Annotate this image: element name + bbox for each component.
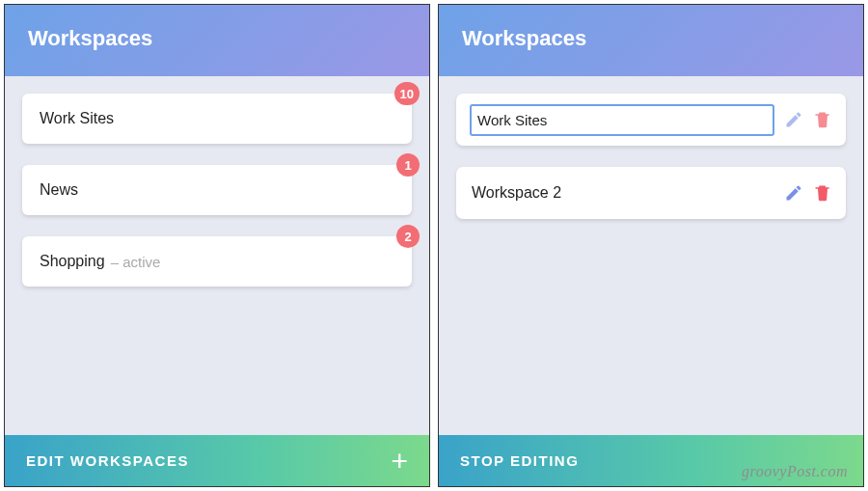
tab-count-badge: 2 — [396, 225, 420, 248]
tab-count-badge: 10 — [394, 82, 420, 105]
pencil-icon[interactable] — [784, 110, 803, 129]
pencil-icon[interactable] — [784, 183, 803, 203]
workspace-item-work-sites[interactable]: Work Sites 10 — [22, 94, 412, 144]
workspace-list: Work Sites 10 News 1 Shopping – active 2 — [5, 76, 429, 435]
stop-editing-footer[interactable]: STOP EDITING — [439, 435, 863, 486]
add-workspace-icon[interactable]: + — [391, 453, 408, 468]
footer-label: EDIT WORKSPACES — [26, 452, 189, 469]
tab-count-badge: 1 — [396, 153, 420, 177]
workspace-status: – active — [111, 254, 161, 270]
workspaces-edit-panel: Workspaces Workspace 2 STOP EDITING groo… — [438, 4, 864, 487]
workspace-name-input[interactable] — [470, 104, 774, 136]
workspace-edit-item-work-sites — [456, 94, 846, 146]
workspace-edit-item-workspace-2: Workspace 2 — [456, 167, 846, 219]
workspace-item-shopping[interactable]: Shopping – active 2 — [22, 236, 412, 286]
panel-header: Workspaces — [5, 5, 429, 76]
workspace-label: Work Sites — [40, 110, 114, 127]
footer-label: STOP EDITING — [460, 452, 579, 469]
header-title: Workspaces — [28, 26, 152, 50]
edit-workspaces-footer[interactable]: EDIT WORKSPACES + — [5, 435, 429, 486]
workspace-edit-list: Workspace 2 — [439, 76, 863, 435]
trash-icon[interactable] — [813, 183, 832, 203]
header-title: Workspaces — [462, 26, 586, 50]
workspace-label: News — [40, 181, 78, 199]
trash-icon[interactable] — [813, 110, 832, 129]
workspace-item-news[interactable]: News 1 — [22, 165, 412, 215]
workspace-label: Shopping — [40, 253, 105, 270]
workspaces-view-panel: Workspaces Work Sites 10 News 1 Shopping… — [4, 4, 430, 487]
panel-header: Workspaces — [439, 5, 863, 76]
workspace-label: Workspace 2 — [470, 178, 774, 207]
